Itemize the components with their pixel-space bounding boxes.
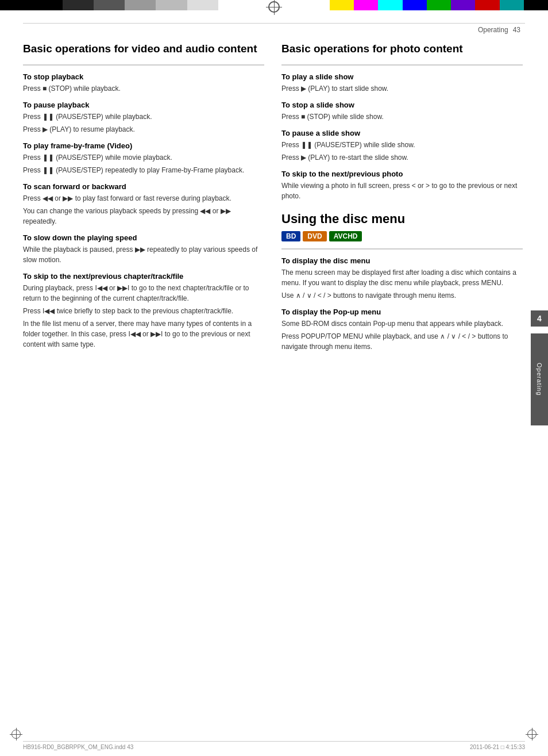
subsection-stop-playback: To stop playback Press ■ (STOP) while pl… <box>23 72 264 94</box>
right-section-title: Basic operations for photo content <box>281 42 523 56</box>
page-header: Operating 43 <box>0 24 548 36</box>
disc-menu-title: Using the disc menu <box>281 212 523 227</box>
popup-menu-text2: Press POPUP/TOP MENU while playback, and… <box>281 331 523 352</box>
swatch-purple <box>451 0 475 10</box>
footer: HB916-RD0_BGBRPPK_OM_ENG.indd 43 2011-06… <box>23 741 525 750</box>
badge-dvd: DVD <box>303 231 326 241</box>
pause-playback-heading: To pause playback <box>23 101 264 109</box>
subsection-skip: To skip to the next/previous chapter/tra… <box>23 272 264 350</box>
popup-menu-heading: To display the Pop-up menu <box>281 308 523 316</box>
frame-by-frame-text1: Press ❚❚ (PAUSE/STEP) while movie playba… <box>23 152 264 163</box>
left-divider <box>23 64 264 66</box>
swatch-dark <box>63 0 94 10</box>
scan-heading: To scan forward or backward <box>23 182 264 191</box>
subsection-slide-stop: To stop a slide show Press ■ (STOP) whil… <box>281 101 523 122</box>
footer-left: HB916-RD0_BGBRPPK_OM_ENG.indd 43 <box>23 744 133 750</box>
swatch-cyan <box>378 0 402 10</box>
subsection-slide-pause: To pause a slide show Press ❚❚ (PAUSE/ST… <box>281 129 523 163</box>
skip-photo-heading: To skip to the next/previous photo <box>281 170 523 178</box>
swatch-mid <box>94 0 125 10</box>
badge-bd: BD <box>281 231 300 241</box>
swatch-red <box>475 0 499 10</box>
left-column: Basic operations for video and audio con… <box>23 42 264 354</box>
skip-text1: During playback, press I◀◀ or ▶▶I to go … <box>23 283 264 304</box>
slow-heading: To slow down the playing speed <box>23 233 264 242</box>
top-color-bar <box>0 0 548 10</box>
operating-label: Operating <box>478 26 508 34</box>
swatch-llgray <box>156 0 187 10</box>
subsection-scan: To scan forward or backward Press ◀◀ or … <box>23 182 264 227</box>
slide-pause-text2: Press ▶ (PLAY) to re-start the slide sho… <box>281 152 523 163</box>
frame-by-frame-heading: To play frame-by-frame (Video) <box>23 141 264 150</box>
sidebar-tab-label: Operating <box>531 333 548 425</box>
slide-pause-text1: Press ❚❚ (PAUSE/STEP) while slide show. <box>281 140 523 150</box>
disc-menu-section: Using the disc menu BD DVD AVCHD To disp… <box>281 212 523 352</box>
skip-photo-text: While viewing a photo in full screen, pr… <box>281 181 523 201</box>
bottom-crosshair-left <box>11 730 21 739</box>
disc-menu-display-heading: To display the disc menu <box>281 256 523 265</box>
swatch-white <box>187 0 218 10</box>
right-column: Basic operations for photo content To pl… <box>281 42 523 354</box>
swatch-black <box>0 0 31 10</box>
swatch-black2 <box>31 0 62 10</box>
badge-avchd: AVCHD <box>329 231 362 241</box>
subsection-frame-by-frame: To play frame-by-frame (Video) Press ❚❚ … <box>23 141 264 175</box>
scan-text1: Press ◀◀ or ▶▶ to play fast forward or f… <box>23 193 264 204</box>
swatch-yellow <box>330 0 354 10</box>
swatch-teal <box>500 0 524 10</box>
slide-play-text: Press ▶ (PLAY) to start slide show. <box>281 83 523 94</box>
subsection-skip-photo: To skip to the next/previous photo While… <box>281 170 523 201</box>
swatch-lgray <box>125 0 156 10</box>
slide-stop-heading: To stop a slide show <box>281 101 523 109</box>
subsection-pause-playback: To pause playback Press ❚❚ (PAUSE/STEP) … <box>23 101 264 135</box>
sidebar-tab-number: 4 <box>531 310 548 327</box>
swatch-green <box>427 0 451 10</box>
slide-pause-heading: To pause a slide show <box>281 129 523 137</box>
page-number: 43 <box>513 26 520 34</box>
bottom-crosshair-right <box>527 730 537 739</box>
swatch-black3 <box>524 0 548 10</box>
skip-text2: Press I◀◀ twice briefly to step back to … <box>23 306 264 316</box>
slide-play-heading: To play a slide show <box>281 72 523 81</box>
popup-menu-text1: Some BD-ROM discs contain Pop-up menu th… <box>281 318 523 329</box>
subsection-disc-menu-display: To display the disc menu The menu screen… <box>281 256 523 301</box>
pause-playback-text1: Press ❚❚ (PAUSE/STEP) while playback. <box>23 112 264 122</box>
subsection-popup-menu: To display the Pop-up menu Some BD-ROM d… <box>281 308 523 352</box>
disc-menu-display-text1: The menu screen may be displayed first a… <box>281 267 523 288</box>
pause-playback-text2: Press ▶ (PLAY) to resume playback. <box>23 124 264 135</box>
top-bar-left <box>0 0 218 10</box>
swatch-magenta <box>354 0 378 10</box>
stop-playback-text: Press ■ (STOP) while playback. <box>23 83 264 94</box>
scan-text2: You can change the various playback spee… <box>23 206 264 227</box>
left-section-title: Basic operations for video and audio con… <box>23 42 264 56</box>
slow-text: While the playback is paused, press ▶▶ r… <box>23 244 264 265</box>
frame-by-frame-text2: Press ❚❚ (PAUSE/STEP) repeatedly to play… <box>23 165 264 175</box>
skip-text3: In the file list menu of a server, there… <box>23 318 264 350</box>
top-bar-right <box>330 0 548 10</box>
stop-playback-heading: To stop playback <box>23 72 264 81</box>
badge-row: BD DVD AVCHD <box>281 231 523 241</box>
top-crosshair <box>268 1 280 13</box>
swatch-blue-c <box>403 0 427 10</box>
disc-menu-display-text2: Use ∧ / ∨ / < / > buttons to navigate th… <box>281 290 523 301</box>
subsection-slide-play: To play a slide show Press ▶ (PLAY) to s… <box>281 72 523 94</box>
slide-stop-text: Press ■ (STOP) while slide show. <box>281 112 523 122</box>
main-content: Basic operations for video and audio con… <box>0 36 548 366</box>
right-divider <box>281 64 523 66</box>
disc-menu-divider <box>281 248 523 250</box>
skip-heading: To skip to the next/previous chapter/tra… <box>23 272 264 281</box>
subsection-slow: To slow down the playing speed While the… <box>23 233 264 265</box>
footer-right: 2011-06-21 □ 4:15:33 <box>470 744 525 750</box>
